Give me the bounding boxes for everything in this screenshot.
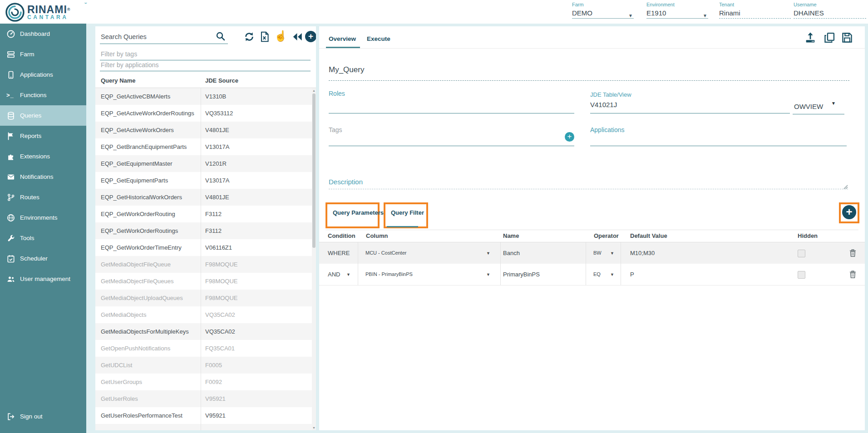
subtab-query-parameters[interactable]: Query Parameters	[333, 209, 384, 216]
database-icon	[6, 111, 15, 120]
name-field[interactable]: Banch	[503, 242, 520, 264]
query-row[interactable]: GetUserRolesPerformanceTestV95921	[95, 407, 312, 424]
resize-grip-icon[interactable]	[843, 183, 848, 188]
sidebar-item-queries[interactable]: Queries	[0, 105, 86, 126]
scroll-down-icon[interactable]: ▼	[312, 426, 316, 429]
application-filter-input[interactable]	[100, 59, 311, 71]
query-row[interactable]: GetMediaObjectUploadQueuesF98MOQUE	[95, 290, 312, 306]
query-row[interactable]: EQP_GetActiveCBMAlertsV1310B	[95, 88, 312, 105]
save-icon[interactable]	[841, 31, 853, 44]
envelope-icon	[6, 172, 15, 182]
query-row[interactable]: GetMediaObjectFileQueueF98MOQUE	[95, 256, 312, 273]
excel-export-icon[interactable]	[259, 31, 271, 43]
operator-select[interactable]: EQ ▼	[586, 264, 621, 285]
add-filter-button[interactable]: +	[842, 205, 856, 219]
farm-select[interactable]: Farm DEMO ▼	[572, 2, 634, 19]
roles-input[interactable]	[329, 113, 574, 113]
chevron-down-icon: ▼	[610, 251, 614, 256]
column-header-query-name: Query Name	[101, 74, 136, 88]
query-row[interactable]: GetUserGroupsF0092	[95, 374, 312, 390]
description-input[interactable]	[329, 189, 848, 189]
upload-icon[interactable]	[804, 31, 817, 44]
jde-table-value[interactable]: V41021J	[590, 101, 617, 108]
operator-select[interactable]: BW ▼	[586, 242, 621, 264]
sidebar-item-extensions[interactable]: Extensions	[0, 146, 86, 167]
query-row[interactable]: EQP_GetEquipmentMasterV1201R	[95, 155, 312, 172]
username-label: Username	[794, 2, 866, 7]
environment-label: Environment	[646, 2, 708, 7]
hidden-checkbox[interactable]	[798, 271, 805, 279]
chevron-down-icon: ▼	[831, 101, 836, 106]
environment-value: E1910	[646, 9, 666, 17]
scroll-up-icon[interactable]: ▲	[312, 89, 316, 92]
search-input[interactable]	[100, 30, 228, 44]
query-row[interactable]: EQP_GetActiveWorkOrderRoutingsVQ353112	[95, 105, 312, 122]
sidebar-item-notifications[interactable]: Notifications	[0, 167, 86, 187]
sidebar-item-environments[interactable]: Environments	[0, 207, 86, 228]
sidebar-item-user-management[interactable]: User management	[0, 269, 86, 289]
sidebar-item-scheduler[interactable]: Scheduler	[0, 248, 86, 269]
query-row[interactable]: EQP_GetWorkOrderTimeEntryV06116Z1	[95, 239, 312, 256]
sidebar-item-functions[interactable]: >_ Functions	[0, 85, 86, 105]
default-value-field[interactable]: P	[630, 264, 634, 285]
query-row[interactable]: EQP_GetHistoricalWorkOrdersV4801JE	[95, 189, 312, 206]
dashboard-icon	[6, 30, 15, 39]
rewind-icon[interactable]	[291, 31, 303, 43]
sign-out-button[interactable]: Sign out	[0, 406, 86, 427]
subtab-query-filter[interactable]: Query Filter	[391, 209, 424, 216]
jde-view-select[interactable]: OWVIEW	[794, 103, 823, 110]
hidden-checkbox[interactable]	[798, 250, 805, 257]
query-row[interactable]: GetMediaObjectsForMultipleKeysVQ35CA02	[95, 323, 312, 340]
query-row[interactable]: INV_GetActiveWorkOrderPartsV3111JC	[95, 424, 312, 430]
copy-icon[interactable]	[823, 31, 836, 44]
sidebar-item-reports[interactable]: Reports	[0, 126, 86, 146]
query-detail-panel: Overview Execute My_Query Roles JDE Tabl…	[319, 26, 865, 430]
jde-view-underline	[793, 114, 844, 114]
environment-select[interactable]: Environment E1910 ▼	[646, 2, 708, 19]
tags-input[interactable]	[329, 146, 574, 146]
refresh-icon[interactable]	[243, 31, 255, 43]
query-row[interactable]: GetUserRolesV95921	[95, 390, 312, 407]
sidebar-item-tools[interactable]: Tools	[0, 228, 86, 248]
add-tag-icon[interactable]: +	[565, 132, 574, 142]
sidebar-item-dashboard[interactable]: Dashboard	[0, 24, 86, 44]
query-row[interactable]: EQP_GetWorkOrderRoutingF3112	[95, 206, 312, 222]
query-row[interactable]: GetUDCListF0005	[95, 357, 312, 374]
tabs-divider	[319, 48, 865, 49]
query-row[interactable]: EQP_GetEquipmentPartsV13017A	[95, 172, 312, 189]
sidebar-item-routes[interactable]: Routes	[0, 187, 86, 207]
hand-pointer-icon[interactable]: ☝	[274, 30, 286, 42]
terminal-icon: >_	[6, 91, 15, 100]
sidebar-item-applications[interactable]: Applications	[0, 64, 86, 85]
query-row[interactable]: EQP_GetWorkOrderRoutingsF3112	[95, 222, 312, 239]
column-header-name: Name	[503, 230, 519, 242]
query-row[interactable]: GetOpenPushNotificationsFQ35CA01	[95, 340, 312, 357]
tab-overview[interactable]: Overview	[329, 35, 356, 42]
filter-table-header: Condition Column Name Operator Default V…	[319, 230, 865, 242]
tags-label: Tags	[329, 126, 342, 133]
sidebar-item-farm[interactable]: Farm	[0, 44, 86, 64]
query-row[interactable]: GetMediaObjectFileQueuesF98MOQUE	[95, 273, 312, 290]
query-rows: EQP_GetActiveCBMAlertsV1310B EQP_GetActi…	[95, 88, 312, 430]
query-row[interactable]: GetMediaObjectsVQ35CA02	[95, 306, 312, 323]
delete-filter-icon[interactable]	[848, 270, 858, 279]
globe-icon	[6, 213, 15, 222]
list-scrollbar[interactable]: ▲ ▼	[312, 88, 316, 430]
scrollbar-thumb[interactable]	[312, 93, 316, 248]
description-label: Description	[329, 178, 363, 186]
column-select[interactable]: MCU - CostCenter ▼	[358, 242, 501, 264]
column-header-column: Column	[366, 230, 388, 242]
condition-select[interactable]: AND ▼	[328, 264, 355, 285]
tab-execute[interactable]: Execute	[367, 35, 390, 42]
query-row[interactable]: EQP_GetActiveWorkOrdersV4801JE	[95, 122, 312, 138]
filter-row: AND ▼ PBIN - PrimaryBinPS ▼ PrimaryBinPS…	[319, 264, 865, 285]
column-select[interactable]: PBIN - PrimaryBinPS ▼	[358, 264, 501, 285]
add-query-icon[interactable]: +	[305, 31, 316, 42]
tag-filter-input[interactable]	[100, 48, 311, 60]
default-value-field[interactable]: M10;M30	[630, 242, 655, 264]
name-field[interactable]: PrimaryBinPS	[503, 264, 540, 285]
query-name-field[interactable]: My_Query	[329, 65, 364, 74]
applications-input[interactable]	[590, 146, 847, 146]
query-row[interactable]: EQP_GetBranchEquipmentPartsV13017A	[95, 138, 312, 155]
delete-filter-icon[interactable]	[848, 248, 858, 258]
